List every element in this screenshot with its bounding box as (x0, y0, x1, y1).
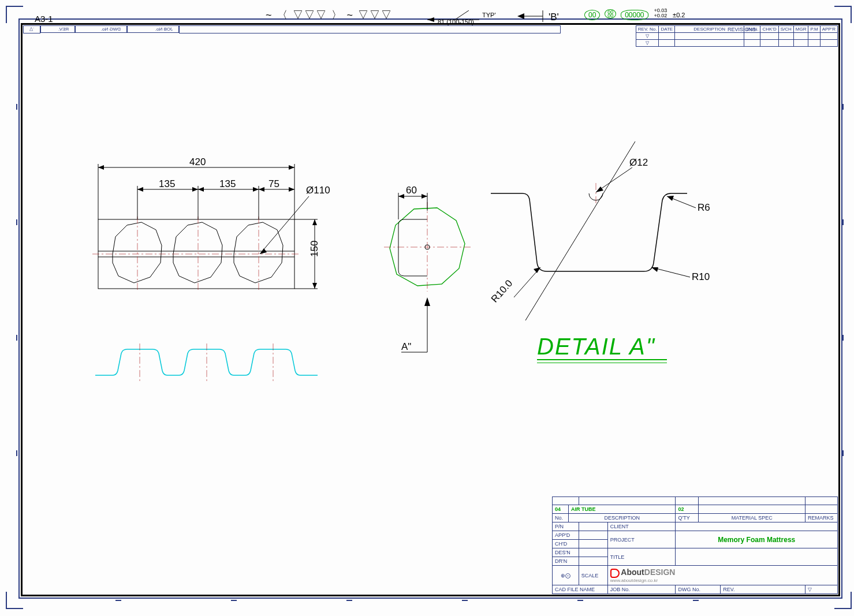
badge-group: 00 0000 00000 +0.03+0.02 ±0.2 (583, 8, 685, 20)
svg-marker-26 (192, 187, 198, 192)
tick (115, 600, 121, 601)
dim-r100: R10.0 (489, 278, 514, 304)
svg-marker-30 (289, 187, 294, 192)
project-value: Memory Foam Mattress (676, 531, 838, 548)
profile-section (92, 341, 323, 387)
svg-marker-27 (198, 187, 204, 192)
tol-general: ±0.2 (673, 12, 685, 18)
logo-text: DESIGN (644, 568, 676, 577)
detail-view: Ø12 R6 R10 R10.0 (491, 147, 745, 332)
weld-range: 81 (100-150) (438, 18, 474, 25)
tick (577, 600, 583, 601)
job-cell: JOB No. (127, 26, 179, 33)
rev-hdr: MGR (793, 26, 808, 33)
logo-text: About (621, 568, 644, 577)
hdr: No. (553, 514, 569, 522)
tick (16, 219, 17, 225)
svg-marker-10 (173, 222, 222, 283)
rev-hdr: P.M (808, 26, 820, 33)
tick (16, 450, 17, 456)
rev-hdr: DATE (659, 26, 675, 33)
weld-symbol: 81 (100-150) TYP' (427, 10, 502, 27)
svg-marker-28 (253, 187, 259, 192)
svg-marker-45 (398, 194, 404, 199)
logo: AboutDESIGN www.aboutdesign.co.kr (607, 566, 837, 585)
rev-hdr: CHK'D (760, 26, 778, 33)
svg-marker-25 (137, 187, 143, 192)
svg-marker-34 (312, 219, 317, 225)
corner-mark (834, 6, 852, 23)
svg-marker-57 (651, 267, 658, 272)
side-view: 60 A" (372, 179, 488, 364)
svg-marker-9 (113, 222, 162, 283)
badge: 0000 (605, 9, 616, 19)
dim-width: 420 (189, 156, 206, 167)
title-block: 04 AIR TUBE 02 No. DESCRIPTION Q'TY MATE… (552, 496, 838, 594)
hdr: Q'TY (676, 514, 699, 522)
dim-dia: Ø110 (306, 185, 330, 196)
badge: 00000 (621, 10, 648, 20)
sheet-format-label: A3-1 (35, 14, 53, 24)
row-chkd: CH'D (553, 540, 579, 548)
tick (842, 450, 844, 456)
dwg-cell: DWG No. (75, 26, 127, 33)
dim-height: 150 (309, 241, 320, 257)
rev-hdr: APP'R (820, 26, 837, 33)
svg-marker-35 (312, 283, 317, 289)
section-arrow: 'B' (514, 9, 549, 25)
row-pn: P/N (553, 522, 579, 531)
tick (693, 600, 699, 601)
svg-marker-59 (534, 267, 540, 273)
bom-item: AIR TUBE (569, 505, 676, 514)
tick (842, 104, 844, 110)
row-desn: DES'N (553, 548, 579, 557)
tick (231, 600, 237, 601)
dim-d12: Ø12 (629, 157, 648, 168)
detail-title: DETAIL A" (537, 335, 655, 358)
section-a-label: A" (401, 341, 411, 352)
bom-qty: 02 (676, 505, 699, 514)
lbl-cad: CAD FILE NAME (553, 585, 608, 594)
dim-p1: 135 (159, 178, 175, 189)
svg-marker-18 (289, 165, 294, 170)
logo-url: www.aboutdesign.co.kr (610, 578, 835, 583)
rev-hdr: S/CH (778, 26, 793, 33)
dim-p3: 75 (268, 178, 279, 189)
hdr: REMARKS (805, 514, 838, 522)
svg-marker-48 (424, 297, 430, 306)
top-view: 420 135 135 75 150 Ø110 (87, 162, 329, 312)
revisions-table: REV. No. DATE DESCRIPTION DWN. CHK'D S/C… (636, 25, 838, 47)
svg-marker-1 (427, 17, 434, 22)
corner-mark (6, 6, 23, 23)
tick (346, 600, 352, 601)
lbl-project: PROJECT (607, 531, 676, 548)
svg-marker-29 (259, 187, 264, 192)
tick (16, 104, 17, 110)
section-b-label: 'B' (549, 12, 559, 23)
tick (16, 335, 17, 341)
weld-typ: TYP' (482, 12, 496, 18)
rev-cell: REV. (40, 26, 75, 33)
tol-upper: +0.03+0.02 (654, 8, 667, 18)
hdr: DESCRIPTION (569, 514, 676, 522)
svg-marker-55 (667, 196, 674, 201)
svg-marker-17 (98, 165, 104, 170)
svg-marker-4 (517, 13, 524, 19)
detail-underline (537, 363, 667, 363)
tick (842, 335, 844, 341)
dim-sidew: 60 (406, 185, 417, 196)
svg-line-36 (260, 196, 309, 254)
dim-p2: 135 (219, 178, 236, 189)
detail-underline (537, 359, 667, 360)
tick (462, 600, 468, 601)
logo-icon (610, 569, 620, 578)
dim-r6: R6 (698, 202, 710, 213)
svg-marker-53 (596, 186, 603, 192)
drawing-sheet: A3-1 ▽. REV. DWG No. JOB No. ~ 〈 ▽▽▽ 〉 ~… (0, 0, 854, 616)
lbl-title: TITLE (607, 548, 676, 566)
lbl-job: JOB No. (607, 585, 676, 594)
rev-hdr: DESCRIPTION (675, 26, 744, 33)
rev-hdr: DWN. (744, 26, 760, 33)
badge: 00 (584, 10, 600, 20)
lbl-rev: REV. (721, 585, 805, 594)
